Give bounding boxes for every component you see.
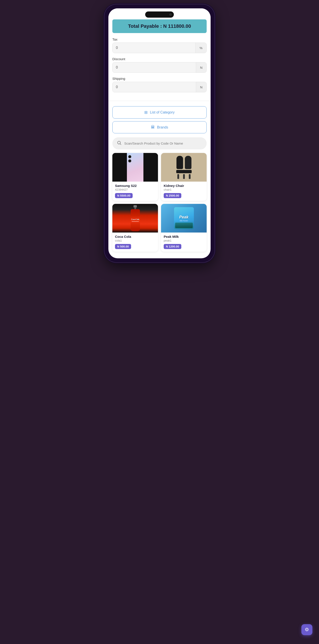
phone-frame: Total Payable : N 111800.00 Tax % Discou…	[104, 4, 215, 262]
chair-product-code: chair1	[164, 188, 204, 191]
product-card-chair[interactable]: Kidney Chair chair1 N 2500.00	[161, 153, 207, 201]
discount-field-group: Discount N	[112, 57, 207, 73]
list-of-category-label: List of Category	[150, 110, 174, 114]
discount-input-row: N	[112, 62, 207, 73]
chair-product-price: N 2500.00	[164, 193, 181, 198]
cola-product-name: Coca Cola	[115, 235, 155, 238]
phone-inner: Total Payable : N 111800.00 Tax % Discou…	[108, 8, 211, 258]
shipping-suffix: N	[196, 82, 206, 92]
samsung-product-info: Samsung S22 42394427 N 5500.00	[112, 182, 158, 201]
peak-bag-visual: Peak Milk Powder	[174, 207, 194, 229]
chair-visual	[176, 156, 192, 179]
samsung-image-bg	[112, 153, 158, 182]
samsung-product-price: N 5500.00	[115, 193, 133, 198]
scroll-content: Total Payable : N 111800.00 Tax % Discou…	[108, 20, 211, 258]
cola-visual: Coca-Cola	[131, 205, 140, 231]
chair-image-bg	[161, 153, 207, 182]
total-payable-banner: Total Payable : N 111800.00	[112, 20, 207, 33]
shipping-label: Shipping	[112, 77, 207, 80]
list-of-category-button[interactable]: ⊞ List of Category	[112, 106, 207, 118]
action-buttons: ⊞ List of Category 🏛 Brands	[108, 103, 211, 135]
notch	[145, 12, 174, 18]
brands-button[interactable]: 🏛 Brands	[112, 121, 207, 133]
discount-suffix: N	[196, 62, 206, 72]
peak-product-info: Peak Milk peak1 N 1200.00	[161, 232, 207, 252]
peak-product-code: peak1	[164, 239, 204, 242]
chair-product-image	[161, 153, 207, 182]
products-grid: Samsung S22 42394427 N 5500.00	[108, 153, 211, 252]
samsung-product-code: 42394427	[115, 188, 155, 191]
cola-image-bg: Coca-Cola	[112, 204, 158, 232]
svg-line-1	[120, 144, 121, 144]
samsung-product-name: Samsung S22	[115, 184, 155, 188]
tax-input-row: %	[112, 42, 207, 53]
peak-product-name: Peak Milk	[164, 235, 204, 238]
peak-product-image: Peak Milk Powder	[161, 204, 207, 232]
shipping-input[interactable]	[113, 82, 196, 92]
brands-label: Brands	[157, 126, 168, 129]
samsung-product-image	[112, 153, 158, 182]
chair-product-info: Kidney Chair chair1 N 2500.00	[161, 182, 207, 201]
tax-label: Tax	[112, 38, 207, 41]
tax-input[interactable]	[113, 43, 195, 53]
notch-area	[108, 8, 211, 20]
search-bar[interactable]	[112, 137, 207, 150]
product-card-cola[interactable]: Coca-Cola Coca Cola cola1 N 500.00	[112, 204, 158, 252]
shipping-input-row: N	[112, 82, 207, 92]
category-icon: ⊞	[144, 110, 148, 115]
total-payable-text: Total Payable : N 111800.00	[128, 23, 191, 29]
cola-product-code: cola1	[115, 239, 155, 242]
divider	[108, 101, 211, 101]
chair-product-name: Kidney Chair	[164, 184, 204, 188]
peak-product-price: N 1200.00	[164, 244, 181, 249]
form-section: Tax % Discount N Shipping	[108, 33, 211, 98]
discount-input[interactable]	[113, 62, 196, 72]
camera-lens-2	[128, 159, 131, 162]
brands-icon: 🏛	[151, 125, 155, 130]
camera-lens-1	[128, 155, 131, 158]
cola-product-image: Coca-Cola	[112, 204, 158, 232]
search-icon	[117, 140, 122, 146]
tax-suffix: %	[195, 43, 206, 53]
tax-field-group: Tax %	[112, 38, 207, 53]
camera-dot	[169, 14, 172, 16]
shipping-field-group: Shipping N	[112, 77, 207, 92]
product-card-samsung[interactable]: Samsung S22 42394427 N 5500.00	[112, 153, 158, 201]
peak-image-bg: Peak Milk Powder	[161, 204, 207, 232]
cola-product-info: Coca Cola cola1 N 500.00	[112, 232, 158, 252]
cola-product-price: N 500.00	[115, 244, 131, 249]
search-input[interactable]	[124, 142, 202, 145]
discount-label: Discount	[112, 57, 207, 61]
product-card-peak[interactable]: Peak Milk Powder Peak Milk peak1 N 1200.…	[161, 204, 207, 252]
